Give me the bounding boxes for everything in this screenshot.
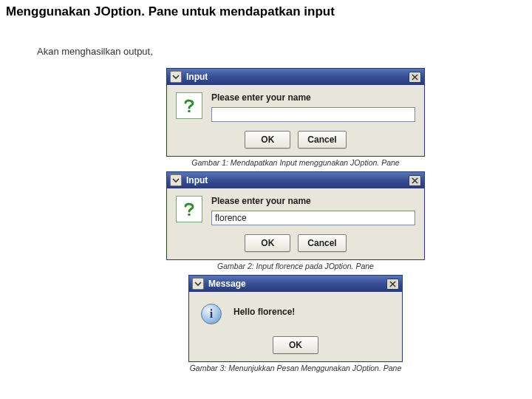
page-title: Menggunakan JOption. Pane untuk mendapat… — [6, 4, 335, 19]
close-icon[interactable] — [409, 72, 421, 83]
subheading: Akan menghasilkan output, — [37, 46, 153, 57]
svg-point-1 — [188, 214, 191, 216]
dialog-area: Input Please enter your name OK Ca — [155, 68, 436, 377]
caption-1: Gambar 1: Mendapatkan Input menggunakan … — [166, 158, 425, 167]
svg-point-0 — [188, 110, 191, 113]
close-icon[interactable] — [386, 279, 399, 290]
prompt-label: Please enter your name — [211, 92, 415, 103]
ok-button[interactable]: OK — [273, 336, 318, 354]
caption-3: Gambar 3: Menunjukkan Pesan Menggunakan … — [188, 364, 403, 372]
message-text: Hello florence! — [233, 307, 295, 317]
titlebar: Input — [167, 69, 424, 85]
ok-button[interactable]: OK — [245, 234, 290, 252]
titlebar: Message — [189, 276, 402, 292]
message-dialog: Message i Hello florence! OK — [188, 275, 403, 362]
titlebar: Input — [167, 172, 424, 188]
input-dialog-2: Input Please enter your name OK Ca — [166, 171, 425, 260]
chevron-down-icon[interactable] — [170, 71, 182, 83]
question-icon — [176, 196, 202, 222]
ok-button[interactable]: OK — [245, 131, 290, 149]
cancel-button[interactable]: Cancel — [298, 234, 346, 252]
titlebar-text: Input — [186, 175, 208, 185]
titlebar-text: Message — [208, 279, 246, 289]
info-icon: i — [200, 302, 223, 326]
name-input[interactable] — [211, 107, 415, 122]
prompt-label: Please enter your name — [211, 196, 415, 206]
input-dialog-1: Input Please enter your name OK Ca — [166, 68, 425, 157]
close-icon[interactable] — [409, 175, 421, 186]
chevron-down-icon[interactable] — [192, 278, 204, 290]
name-input[interactable] — [211, 211, 415, 225]
chevron-down-icon[interactable] — [170, 174, 182, 186]
titlebar-text: Input — [186, 72, 208, 82]
caption-2: Gambar 2: Input florence pada JOption. P… — [166, 262, 425, 270]
question-icon — [176, 92, 202, 119]
cancel-button[interactable]: Cancel — [298, 131, 346, 149]
